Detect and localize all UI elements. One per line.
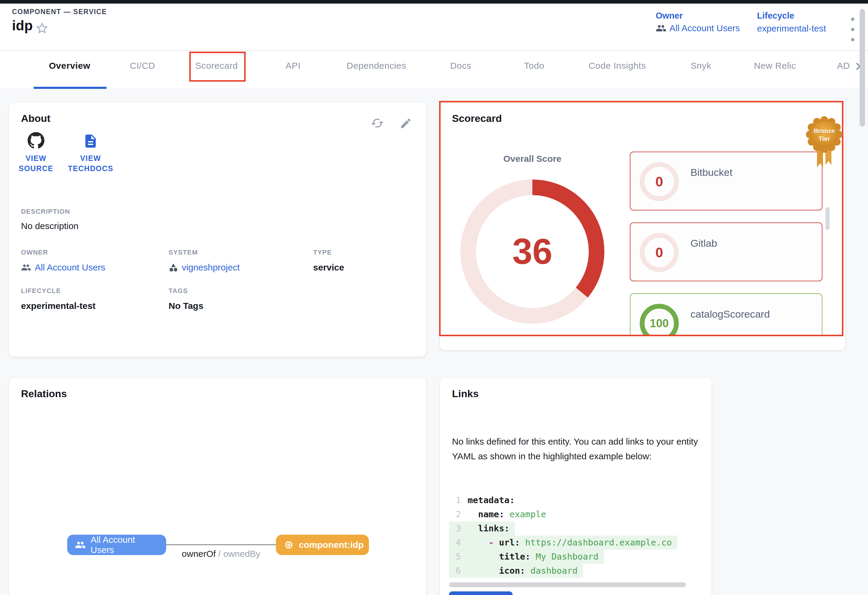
people-icon [21, 262, 31, 272]
svg-text:Bronze: Bronze [813, 127, 835, 134]
links-title: Links [452, 388, 479, 400]
people-icon [75, 539, 86, 550]
code-line-4: 4 - url: https://dashboard.example.co [449, 536, 677, 550]
header-band [0, 4, 868, 89]
code-line-5: 5 title: My Dashboard [449, 550, 604, 564]
relation-edge-line [166, 544, 276, 545]
relation-node-owner[interactable]: All Account Users [67, 535, 166, 555]
people-icon [655, 23, 666, 34]
chip-icon [284, 540, 294, 550]
line-number: 4 [449, 536, 468, 550]
line-number: 5 [449, 550, 468, 564]
relation-node-component[interactable]: component:idp [276, 535, 369, 555]
tab-todo[interactable]: Todo [524, 61, 544, 71]
line-number: 2 [449, 507, 468, 521]
tab-api[interactable]: API [285, 61, 301, 71]
about-field-label-system: SYSTEM [168, 249, 198, 256]
top-system-bar [0, 0, 868, 4]
tab-ad[interactable]: AD [837, 61, 850, 71]
tab-docs[interactable]: Docs [450, 61, 471, 71]
tab-ci-cd[interactable]: CI/CD [130, 61, 155, 71]
about-field-label-lifecycle: LIFECYCLE [21, 287, 61, 295]
refresh-icon[interactable] [371, 117, 384, 130]
relation-component-label: component:idp [299, 540, 364, 550]
breadcrumb: COMPONENT — SERVICE [12, 8, 107, 16]
page-scrollbar[interactable] [860, 9, 865, 127]
view-source-label: VIEW [25, 154, 46, 163]
yaml-code-block: 1metadata:2 name: example3 links:4 - url… [449, 493, 704, 580]
lifecycle-value: experimental-test [757, 24, 826, 34]
links-action-button[interactable] [449, 591, 512, 595]
tabs-divider [0, 89, 868, 89]
bronze-medal-ribbon-icon: Bronze Bronze Tier [803, 116, 845, 173]
active-tab-indicator [34, 87, 106, 89]
about-title: About [21, 112, 50, 124]
tab-overview[interactable]: Overview [49, 61, 90, 71]
document-icon [83, 133, 98, 149]
about-field-value-type: service [313, 262, 344, 272]
view-techdocs-button[interactable]: VIEW TECHDOCS [63, 133, 118, 173]
code-line-3: 3 links: [449, 521, 515, 536]
tab-code-insights[interactable]: Code Insights [589, 61, 646, 71]
header-divider [0, 50, 868, 51]
star-outline-icon[interactable] [35, 21, 49, 36]
code-line-2: 2 name: example [449, 507, 552, 521]
annotation-scorecard-tab [189, 52, 246, 81]
tab-dependencies[interactable]: Dependencies [347, 61, 406, 71]
relation-owner-label: All Account Users [91, 535, 158, 555]
tab-snyk[interactable]: Snyk [691, 61, 711, 71]
page-title: idp [12, 18, 33, 34]
category-icon [168, 263, 178, 272]
relations-title: Relations [21, 388, 67, 400]
annotation-scorecard-card [439, 101, 843, 336]
owner-link[interactable]: All Account Users [655, 23, 740, 34]
svg-text:Tier: Tier [818, 135, 830, 142]
description-label: DESCRIPTION [21, 208, 70, 216]
relation-edge-label: ownerOf / ownedBy [162, 549, 280, 559]
lifecycle-label: Lifecycle [757, 11, 794, 21]
line-number: 3 [449, 521, 468, 536]
owner-value: All Account Users [669, 23, 740, 33]
owner-label: Owner [655, 11, 683, 21]
view-source-button[interactable]: VIEW SOURCE [13, 132, 59, 173]
code-line-6: 6 icon: dashboard [449, 564, 583, 578]
about-field-value-system[interactable]: vigneshproject [168, 262, 240, 272]
about-field-value-lifecycle: experimental-test [21, 301, 95, 311]
description-value: No description [21, 221, 78, 231]
links-empty-message: No links defined for this entity. You ca… [452, 434, 701, 463]
github-icon [28, 132, 44, 149]
relations-card [9, 378, 426, 595]
edit-pencil-icon[interactable] [400, 117, 413, 130]
code-line-1: 1metadata: [449, 493, 520, 507]
about-field-label-type: TYPE [313, 249, 332, 256]
about-field-value-owner[interactable]: All Account Users [21, 262, 105, 272]
view-techdocs-label: VIEW [80, 154, 101, 163]
about-field-label-owner: OWNER [21, 249, 48, 256]
line-number: 6 [449, 564, 468, 578]
about-field-value-tags: No Tags [168, 301, 203, 311]
about-field-label-tags: TAGS [168, 287, 188, 295]
tab-new-relic[interactable]: New Relic [754, 61, 796, 71]
line-number: 1 [449, 493, 468, 507]
checks-scrollbar[interactable] [825, 207, 830, 230]
code-horizontal-scrollbar[interactable] [449, 582, 686, 587]
kebab-menu-icon[interactable] [849, 16, 856, 44]
